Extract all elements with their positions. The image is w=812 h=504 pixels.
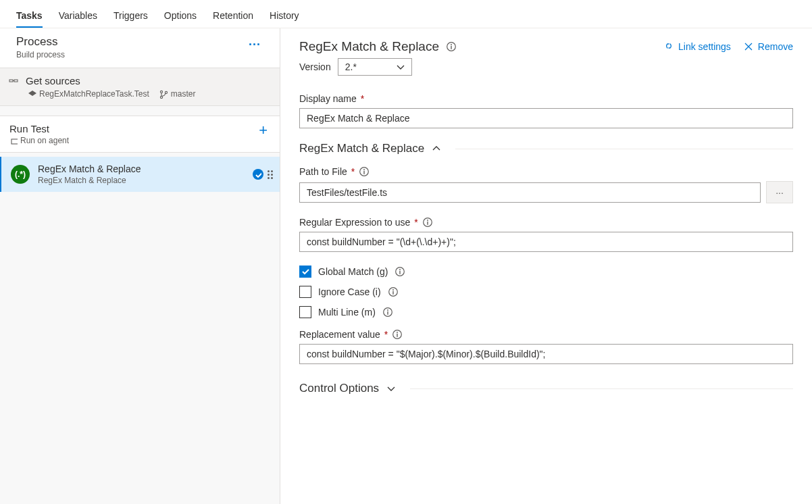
control-options-title: Control Options <box>299 382 379 395</box>
required-indicator: * <box>351 166 355 177</box>
display-name-input[interactable] <box>299 108 793 128</box>
global-match-checkbox[interactable] <box>299 266 311 278</box>
tab-tasks[interactable]: Tasks <box>16 10 43 28</box>
tab-triggers[interactable]: Triggers <box>113 10 148 28</box>
info-icon[interactable] <box>446 41 457 52</box>
task-item-regex[interactable]: (.*) RegEx Match & Replace RegEx Match &… <box>0 157 280 192</box>
tab-variables[interactable]: Variables <box>59 10 97 28</box>
task-title: RegEx Match & Replace <box>38 163 245 174</box>
remove-button[interactable]: Remove <box>743 41 793 52</box>
info-icon[interactable] <box>359 166 370 177</box>
chevron-down-icon <box>386 383 397 394</box>
replacement-input[interactable] <box>299 344 793 364</box>
link-settings-label: Link settings <box>678 41 731 52</box>
get-sources-repo: RegExMatchReplaceTask.Test <box>39 89 149 99</box>
task-status-icon <box>253 169 263 180</box>
add-task-button[interactable]: + <box>255 123 272 138</box>
regex-label: Regular Expression to use <box>299 217 410 228</box>
info-icon[interactable] <box>395 266 405 277</box>
link-icon <box>663 41 674 52</box>
close-icon <box>743 41 754 52</box>
info-icon[interactable] <box>388 286 399 297</box>
version-label: Version <box>299 61 331 72</box>
link-settings-button[interactable]: Link settings <box>663 41 731 52</box>
display-name-label: Display name <box>299 93 357 104</box>
chevron-down-icon <box>395 61 406 72</box>
sidebar: Process Build process ··· Get sources Re… <box>0 28 280 504</box>
process-header[interactable]: Process Build process ··· <box>0 28 280 68</box>
ignore-case-label: Ignore Case (i) <box>318 286 381 297</box>
process-title: Process <box>16 35 65 49</box>
tab-history[interactable]: History <box>270 10 299 28</box>
info-icon[interactable] <box>382 307 393 318</box>
phase-item[interactable]: Run Test Run on agent + <box>0 116 280 153</box>
tab-options[interactable]: Options <box>164 10 197 28</box>
get-sources[interactable]: Get sources RegExMatchReplaceTask.Test m… <box>0 68 280 106</box>
multi-line-checkbox[interactable] <box>299 306 311 318</box>
phase-title: Run Test <box>9 123 69 134</box>
section-control-options-toggle[interactable]: Control Options <box>299 382 793 395</box>
branch-icon <box>159 89 168 99</box>
version-select[interactable]: 2.* <box>338 58 412 76</box>
flow-icon <box>8 76 19 86</box>
multi-line-label: Multi Line (m) <box>318 307 376 318</box>
task-badge-icon: (.*) <box>11 165 30 184</box>
repo-icon <box>27 89 36 99</box>
required-indicator: * <box>384 329 388 340</box>
top-tabs: Tasks Variables Triggers Options Retenti… <box>0 0 812 28</box>
section-regex-toggle[interactable]: RegEx Match & Replace <box>299 142 793 155</box>
path-to-file-input[interactable] <box>299 182 761 203</box>
required-indicator: * <box>414 217 417 228</box>
version-selected: 2.* <box>345 61 357 72</box>
phase-subtitle: Run on agent <box>20 136 69 145</box>
content-title: RegEx Match & Replace <box>299 39 439 54</box>
task-drag-handle[interactable] <box>268 170 273 179</box>
path-to-file-label: Path to File <box>299 166 347 177</box>
content-pane: RegEx Match & Replace Link settings Remo… <box>280 28 812 504</box>
global-match-label: Global Match (g) <box>318 266 388 277</box>
agent-icon <box>9 136 18 145</box>
tab-retention[interactable]: Retention <box>213 10 253 28</box>
regex-input[interactable] <box>299 232 793 252</box>
process-more-button[interactable]: ··· <box>246 35 263 55</box>
process-subtitle: Build process <box>16 50 65 59</box>
get-sources-title: Get sources <box>26 75 80 86</box>
required-indicator: * <box>361 93 364 104</box>
ignore-case-checkbox[interactable] <box>299 286 311 298</box>
info-icon[interactable] <box>422 217 433 228</box>
remove-label: Remove <box>758 41 793 52</box>
chevron-up-icon <box>431 143 442 154</box>
browse-button[interactable]: ··· <box>766 181 793 203</box>
replacement-label: Replacement value <box>299 329 380 340</box>
section-title: RegEx Match & Replace <box>299 142 424 155</box>
info-icon[interactable] <box>392 329 403 340</box>
task-subtitle: RegEx Match & Replace <box>38 176 245 185</box>
get-sources-branch: master <box>171 89 196 99</box>
